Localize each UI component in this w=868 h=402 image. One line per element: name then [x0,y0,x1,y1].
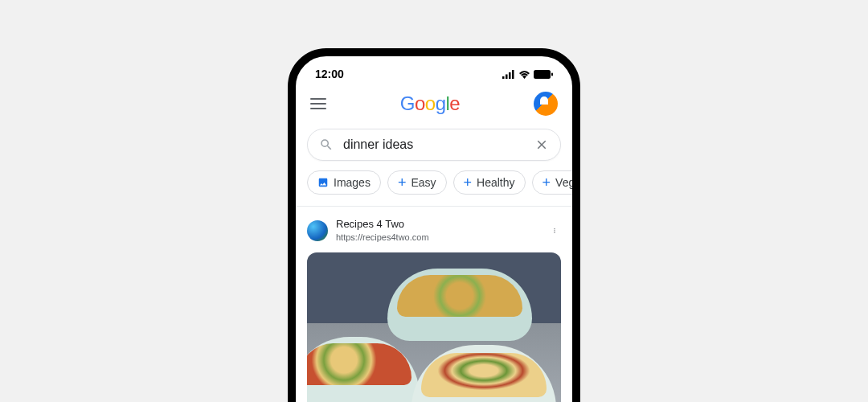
avatar[interactable] [534,92,558,116]
food-bowl-illustration [387,269,532,341]
logo-letter: o [425,92,436,115]
image-icon [317,177,329,188]
logo-letter: e [449,92,460,115]
signal-icon [502,70,515,79]
svg-rect-3 [512,70,514,79]
chip-label: Images [334,176,371,189]
status-time: 12:00 [315,68,344,80]
svg-rect-5 [551,72,553,76]
svg-rect-0 [502,76,505,79]
logo-letter: g [436,92,446,115]
search-icon [319,137,334,152]
battery-icon [534,70,553,79]
food-bowl-illustration [307,337,420,402]
menu-icon[interactable] [310,98,326,109]
svg-point-8 [554,232,555,232]
logo-letter: o [415,92,425,115]
chip-healthy[interactable]: + Healthy [453,170,526,195]
plus-icon: + [542,177,551,188]
google-logo[interactable]: G o o g l e [400,92,460,115]
chip-easy[interactable]: + Easy [387,170,447,195]
search-input[interactable] [343,137,534,152]
wifi-icon [518,70,530,79]
chip-label: Healthy [477,176,514,189]
search-result[interactable]: Recipes 4 Two https://recipes4two.com [296,207,572,402]
site-favicon [307,220,328,241]
svg-rect-1 [506,74,508,79]
app-header: G o o g l e [296,85,572,122]
status-icons [502,70,553,79]
clear-icon[interactable] [534,137,549,152]
result-header: Recipes 4 Two https://recipes4two.com [307,218,561,243]
chip-label: Easy [411,176,436,189]
site-name: Recipes 4 Two [336,218,540,232]
result-image[interactable] [307,252,561,402]
status-bar: 12:00 [296,56,572,85]
search-bar[interactable] [307,129,561,161]
chip-vegetarian[interactable]: + Veget [532,170,572,195]
svg-rect-2 [509,72,511,79]
more-icon[interactable] [548,224,561,237]
result-meta: Recipes 4 Two https://recipes4two.com [336,218,540,243]
phone-frame: 12:00 G o o g l e Images + [288,48,580,402]
site-url: https://recipes4two.com [336,232,540,243]
svg-rect-4 [534,70,551,79]
svg-point-6 [554,228,555,229]
logo-letter: G [400,92,415,115]
chip-images[interactable]: Images [307,170,381,195]
filter-chips: Images + Easy + Healthy + Veget [296,167,572,207]
svg-point-7 [554,230,555,231]
chip-label: Veget [555,176,572,189]
plus-icon: + [398,177,407,188]
food-bowl-illustration [411,345,556,402]
plus-icon: + [464,177,473,188]
